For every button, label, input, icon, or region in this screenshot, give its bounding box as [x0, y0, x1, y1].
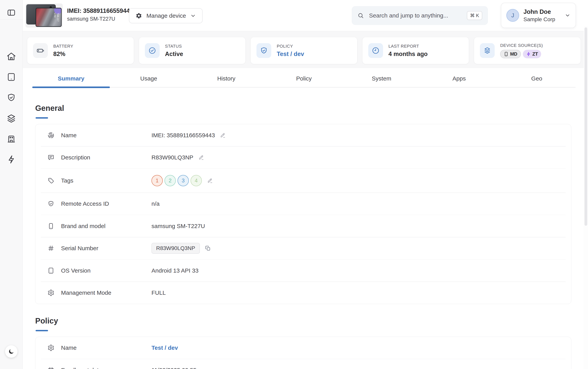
sidebar [0, 0, 23, 369]
row-remote-access-id: Remote Access ID n/a [35, 193, 571, 215]
global-search-input[interactable]: Search and jump to anything... ⌘ K [352, 6, 488, 25]
dark-mode-toggle[interactable] [5, 345, 18, 358]
layers-icon [480, 43, 495, 58]
edit-icon[interactable] [220, 133, 226, 138]
sidebar-item-home[interactable] [6, 51, 17, 62]
sidebar-toggle-button[interactable] [5, 7, 17, 19]
tab-apps[interactable]: Apps [420, 70, 498, 87]
building-icon [6, 134, 16, 144]
tablet-icon [47, 267, 55, 274]
row-label-text: Enrollment date [61, 367, 102, 369]
tab-usage[interactable]: Usage [110, 70, 187, 87]
section-title-accent-bar [36, 117, 48, 119]
calendar-icon [47, 367, 55, 369]
policy-section-title: Policy [35, 317, 571, 325]
tab-geo[interactable]: Geo [498, 70, 576, 87]
source-badge-zt[interactable]: ZT [523, 50, 541, 58]
manage-device-button[interactable]: Manage device [129, 8, 203, 23]
row-os-version: OS Version Android 13 API 33 [35, 259, 571, 282]
row-value-text: FULL [152, 289, 166, 296]
edit-icon[interactable] [207, 178, 213, 184]
clock-icon [368, 43, 383, 58]
search-placeholder: Search and jump to anything... [369, 12, 462, 19]
smartphone-icon [504, 51, 509, 57]
policy-label: POLICY [277, 44, 304, 49]
sidebar-divider [0, 19, 22, 20]
tag-chip-4[interactable]: 4 [191, 175, 202, 186]
row-value-text: Android 13 API 33 [152, 267, 198, 274]
layers-icon [6, 113, 16, 123]
policy-name-link[interactable]: Test / dev [152, 345, 178, 351]
edit-icon[interactable] [198, 154, 204, 160]
tab-history[interactable]: History [187, 70, 265, 87]
row-label-text: Name [61, 345, 77, 351]
row-brand-model: Brand and model samsung SM-T227U [35, 215, 571, 237]
panel-left-icon [7, 8, 16, 17]
tab-policy[interactable]: Policy [265, 70, 343, 87]
row-tags: Tags 1 2 3 4 [35, 169, 571, 193]
chevron-down-icon [190, 13, 196, 19]
policy-card: POLICY Test / dev [250, 37, 357, 64]
sidebar-item-stack[interactable] [6, 113, 17, 124]
row-value-text: n/a [152, 200, 160, 207]
general-section-title: General [35, 104, 571, 113]
fingerprint-icon [47, 132, 55, 139]
source-badge-md[interactable]: MD [500, 50, 521, 58]
device-photo-screen: Tab A7 Lite [36, 8, 62, 27]
serial-number-chip: R83W90LQ3NP [152, 243, 200, 254]
status-cards-row: BATTERY 82% STATUS Active POLICY Test / … [27, 37, 581, 64]
hash-icon [47, 245, 55, 252]
sidebar-item-automation[interactable] [6, 154, 17, 165]
device-sources-label: DEVICE SOURCE(S) [500, 43, 543, 48]
row-value-text: R83W90LQ3NP [152, 154, 193, 161]
row-value-text: samsung SM-T227U [152, 223, 205, 229]
search-shortcut-badge: ⌘ K [467, 11, 482, 20]
status-value: Active [165, 51, 183, 58]
scrollbar-thumb[interactable] [585, 27, 587, 226]
row-label-text: Brand and model [61, 223, 106, 229]
last-report-card: LAST REPORT 4 months ago [362, 37, 469, 64]
manage-device-label: Manage device [146, 12, 186, 19]
top-header: Tab A7 Lite IMEI: 358891166559443 samsun… [23, 0, 588, 31]
last-report-label: LAST REPORT [389, 44, 428, 49]
device-thumbnail: Tab A7 Lite [25, 3, 63, 28]
row-label-text: Serial Number [61, 245, 98, 252]
shield-check-icon [6, 93, 16, 102]
tab-summary[interactable]: Summary [32, 70, 110, 87]
scrollbar-track[interactable] [584, 26, 588, 369]
row-label-text: Name [61, 132, 77, 139]
tag-chip-2[interactable]: 2 [165, 175, 176, 186]
device-photo-label: Tab A7 Lite [54, 13, 60, 22]
user-name: John Doe [524, 8, 560, 15]
tag-chip-1[interactable]: 1 [152, 175, 163, 186]
message-icon [47, 154, 55, 161]
tag-chip-3[interactable]: 3 [177, 175, 189, 186]
bolt-icon [526, 51, 531, 57]
sidebar-item-security[interactable] [6, 92, 17, 103]
chevron-down-icon [565, 12, 570, 18]
status-label: STATUS [165, 44, 183, 49]
row-policy-name: Name Test / dev [35, 337, 571, 359]
sidebar-item-organization[interactable] [6, 133, 17, 144]
general-card: Name IMEI: 358891166559443 Description [35, 124, 571, 304]
user-menu[interactable]: J John Doe Sample Corp [501, 3, 576, 28]
row-label-text: Management Mode [61, 289, 111, 296]
policy-value-link[interactable]: Test / dev [277, 51, 304, 58]
device-title-block: IMEI: 358891166559443 samsung SM-T227U [67, 7, 133, 22]
search-icon [357, 12, 364, 19]
avatar: J [506, 9, 519, 22]
moon-icon [8, 348, 15, 355]
row-value-text: IMEI: 358891166559443 [152, 132, 215, 139]
user-text: John Doe Sample Corp [524, 8, 560, 22]
row-description: Description R83W90LQ3NP [35, 147, 571, 169]
home-icon [6, 51, 16, 62]
copy-icon[interactable] [205, 245, 211, 251]
battery-label: BATTERY [53, 44, 73, 49]
battery-card: BATTERY 82% [27, 37, 134, 64]
battery-icon [33, 43, 48, 58]
device-tabs: Summary Usage History Policy System Apps… [32, 70, 576, 87]
bolt-icon [6, 154, 16, 164]
tab-system[interactable]: System [343, 70, 420, 87]
sidebar-item-devices[interactable] [6, 72, 17, 82]
last-report-value: 4 months ago [389, 51, 428, 58]
